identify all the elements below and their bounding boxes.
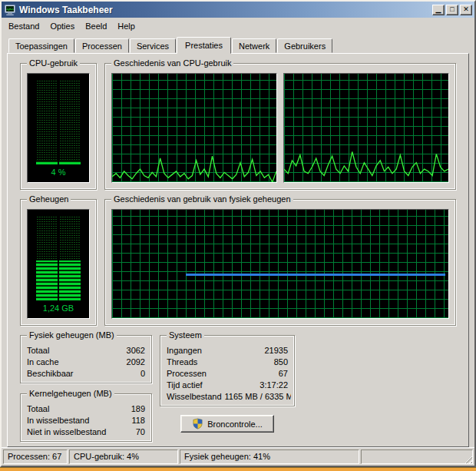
table-row: Tijd actief3:17:22 (164, 380, 291, 391)
stat-label: Totaal (27, 345, 49, 357)
tab-prestaties[interactable]: Prestaties (177, 37, 231, 54)
stat-label: Niet in wisselbestand (27, 426, 106, 438)
stat-label: Beschikbaar (27, 368, 74, 380)
performance-tab-page: CPU-gebruik 4 % Geschiedenis van CPU-geb… (7, 53, 469, 447)
kernel-memory-title: Kernelgeheugen (MB) (27, 389, 114, 398)
memory-history-graph (111, 209, 449, 319)
cpu-trace-core2 (284, 74, 448, 182)
stat-value: 3062 (124, 345, 145, 357)
table-row: Processen67 (164, 368, 291, 380)
menu-opties[interactable]: Opties (45, 19, 80, 33)
stat-value: 1165 MB / 6335 MB (222, 391, 291, 403)
table-row: Beschikbaar0 (24, 368, 148, 380)
stat-label: Wisselbestand (167, 391, 222, 403)
memory-meter-fill (36, 260, 81, 300)
menu-beeld[interactable]: Beeld (80, 19, 112, 33)
stat-label: Threads (167, 357, 197, 368)
stat-value: 2092 (124, 357, 145, 368)
stat-value: 67 (276, 368, 288, 380)
system-groupbox: Systeem Ingangen21935 Threads850 Process… (160, 335, 295, 406)
stat-label: Processen (167, 368, 207, 380)
cpu-meter-background (36, 80, 81, 164)
tab-gebruikers[interactable]: Gebruikers (277, 38, 332, 53)
stat-label: In cache (27, 357, 59, 368)
window-title: Windows Taakbeheer (19, 5, 432, 15)
memory-usage-value: 1,24 GB (28, 301, 89, 318)
cpu-meter-fill (36, 161, 81, 165)
status-physical-memory: Fysiek geheugen: 41% (180, 449, 359, 464)
table-row: Totaal3062 (24, 345, 148, 357)
physical-memory-groupbox: Fysiek geheugen (MB) Totaal3062 In cache… (20, 335, 152, 383)
taskmanager-window: Windows Taakbeheer ▁ □ ✕ Bestand Opties … (0, 0, 476, 467)
minimize-button[interactable]: ▁ (432, 5, 445, 15)
cpu-history-groupbox: Geschiedenis van CPU-gebruik (104, 63, 456, 190)
physical-memory-title: Fysiek geheugen (MB) (27, 330, 117, 340)
tab-control: Toepassingen Processen Services Prestati… (2, 34, 474, 447)
memory-group-title: Geheugen (27, 194, 71, 204)
close-button[interactable]: ✕ (460, 5, 472, 15)
taskmanager-app-icon (4, 5, 16, 15)
memory-history-groupbox: Geschiedenis van gebruik van fysiek gehe… (104, 199, 456, 326)
stat-value: 189 (128, 403, 145, 415)
table-row: Totaal189 (24, 403, 148, 415)
memory-history-line (186, 274, 445, 276)
menu-help[interactable]: Help (112, 19, 140, 33)
kernel-memory-groupbox: Kernelgeheugen (MB) Totaal189 In wisselb… (20, 393, 152, 442)
tab-netwerk[interactable]: Netwerk (232, 38, 276, 53)
stat-value: 21935 (261, 345, 288, 357)
memory-history-group-title: Geschiedenis van gebruik van fysiek gehe… (111, 194, 293, 204)
stat-label: Tijd actief (167, 380, 203, 391)
cpu-trace-core1 (112, 74, 276, 182)
tab-processen[interactable]: Processen (75, 38, 129, 53)
cpu-history-group-title: Geschiedenis van CPU-gebruik (111, 58, 233, 68)
table-row: Ingangen21935 (164, 345, 291, 357)
cpu-history-graph-core2 (283, 73, 449, 183)
status-cpu-usage: CPU-gebruik: 4% (69, 449, 178, 464)
table-row: In cache2092 (24, 357, 148, 368)
stat-label: Ingangen (167, 345, 202, 357)
resize-grip[interactable] (463, 454, 472, 463)
stat-value: 118 (128, 415, 145, 426)
cpu-history-graph-core1 (111, 73, 277, 183)
table-row: Wisselbestand1165 MB / 6335 MB (164, 391, 291, 403)
table-row: Niet in wisselbestand70 (24, 426, 148, 438)
menu-bestand[interactable]: Bestand (3, 19, 45, 33)
menubar: Bestand Opties Beeld Help (2, 18, 474, 34)
resource-monitor-label: Broncontrole... (207, 420, 263, 429)
stat-value: 3:17:22 (256, 380, 288, 391)
cpu-usage-groupbox: CPU-gebruik 4 % (20, 63, 97, 190)
stat-label: In wisselbestand (27, 415, 89, 426)
memory-groupbox: Geheugen 1,24 GB (20, 199, 97, 326)
desktop-background-strip (0, 467, 476, 471)
stat-value: 850 (271, 357, 288, 368)
stat-label: Totaal (27, 403, 49, 415)
status-processes: Processen: 67 (3, 449, 68, 464)
titlebar[interactable]: Windows Taakbeheer ▁ □ ✕ (2, 2, 474, 18)
statusbar: Processen: 67 CPU-gebruik: 4% Fysiek geh… (2, 447, 474, 466)
tab-strip: Toepassingen Processen Services Prestati… (7, 36, 469, 53)
table-row: Threads850 (164, 357, 291, 368)
stat-value: 0 (137, 368, 145, 380)
uac-shield-icon (192, 418, 203, 430)
resource-monitor-button[interactable]: Broncontrole... (180, 415, 274, 433)
memory-graph-grid (112, 210, 448, 318)
tab-toepassingen[interactable]: Toepassingen (8, 38, 74, 53)
stat-value: 70 (133, 426, 145, 438)
memory-meter: 1,24 GB (27, 209, 90, 319)
maximize-button[interactable]: □ (446, 5, 458, 15)
cpu-usage-value: 4 % (28, 165, 89, 182)
cpu-usage-meter: 4 % (27, 73, 90, 183)
cpu-usage-group-title: CPU-gebruik (27, 58, 80, 68)
system-title: Systeem (167, 330, 204, 340)
status-empty-panel (361, 449, 473, 464)
table-row: In wisselbestand118 (24, 415, 148, 426)
tab-services[interactable]: Services (130, 38, 176, 53)
